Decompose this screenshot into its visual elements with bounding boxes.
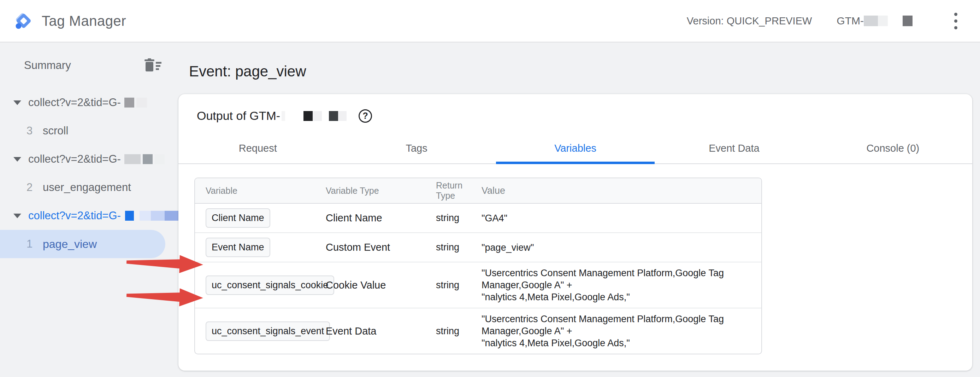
variable-chip: Client Name <box>205 208 270 228</box>
redacted-block <box>329 111 338 121</box>
event-label: page_view <box>43 238 97 251</box>
variable-type-cell: Client Name <box>326 212 436 224</box>
tab-event-data[interactable]: Event Data <box>655 134 813 163</box>
redacted-block <box>304 111 313 121</box>
redacted-block <box>338 111 347 121</box>
redacted-block <box>878 16 888 26</box>
redacted-block <box>140 211 151 221</box>
column-header-value: Value <box>482 185 761 196</box>
tag-manager-logo-icon <box>14 11 33 30</box>
sidebar-item-user-engagement[interactable]: 2 user_engagement <box>0 173 178 201</box>
event-index: 2 <box>27 181 43 194</box>
value-cell: "Usercentrics Consent Management Platfor… <box>482 313 761 349</box>
event-label: user_engagement <box>43 181 131 194</box>
redacted-block <box>903 16 913 26</box>
value-cell: "GA4" <box>482 212 761 224</box>
redacted-block <box>165 211 178 221</box>
sidebar-group-label: collect?v=2&tid=G- <box>28 153 121 166</box>
chevron-down-icon[interactable] <box>13 157 21 161</box>
tab-console[interactable]: Console (0) <box>814 134 972 163</box>
variable-chip: uc_consent_signals_cookie <box>205 275 334 295</box>
redacted-block <box>143 154 153 164</box>
table-row: uc_consent_signals_cookie Cookie Value s… <box>195 262 761 308</box>
sidebar-item-page-view[interactable]: 1 page_view <box>0 230 165 258</box>
return-type-cell: string <box>436 280 476 291</box>
column-header-variable: Variable <box>195 186 326 196</box>
main-panel: Event: page_view Output of GTM- ? Reques… <box>178 42 980 376</box>
redacted-block <box>124 97 134 107</box>
sidebar-summary-title[interactable]: Summary <box>24 59 143 72</box>
value-cell: "page_view" <box>482 241 761 254</box>
value-cell: "Usercentrics Consent Management Platfor… <box>482 267 761 303</box>
tab-bar: Request Tags Variables Event Data Consol… <box>178 134 972 164</box>
output-title: Output of GTM- <box>197 109 280 123</box>
table-row: uc_consent_signals_event Event Data stri… <box>195 308 761 354</box>
variable-type-cell: Event Data <box>326 325 436 337</box>
sidebar-group-label: collect?v=2&tid=G- <box>28 96 121 109</box>
sidebar-group-collect-3[interactable]: collect?v=2&tid=G- <box>0 201 178 230</box>
help-icon[interactable]: ? <box>359 109 372 123</box>
return-type-cell: string <box>436 212 476 224</box>
variable-chip: Event Name <box>205 238 270 257</box>
app-bar: Tag Manager Version: QUICK_PREVIEW GTM- <box>0 0 980 42</box>
redacted-block <box>124 154 141 164</box>
more-options-icon[interactable] <box>951 10 960 32</box>
sidebar: Summary collect?v=2&tid=G- 3 scroll coll… <box>0 42 178 376</box>
sidebar-item-scroll[interactable]: 3 scroll <box>0 117 178 145</box>
variable-chip: uc_consent_signals_event <box>205 321 330 341</box>
chevron-down-icon[interactable] <box>13 214 21 218</box>
event-index: 1 <box>27 238 43 251</box>
return-type-cell: string <box>436 326 476 337</box>
container-id-prefix: GTM- <box>837 15 864 27</box>
column-header-return-type: Return Type <box>436 181 476 201</box>
redacted-block <box>151 211 165 221</box>
variable-type-cell: Custom Event <box>326 241 436 253</box>
output-card-header: Output of GTM- ? <box>178 94 972 123</box>
variables-table: Variable Variable Type Return Type Value… <box>194 177 762 355</box>
tab-request[interactable]: Request <box>178 134 337 163</box>
redacted-block <box>155 154 165 164</box>
redacted-block <box>136 97 147 107</box>
tab-variables[interactable]: Variables <box>496 134 655 163</box>
table-header-row: Variable Variable Type Return Type Value <box>195 178 761 204</box>
redacted-block <box>282 111 285 121</box>
output-card: Output of GTM- ? Request Tags Variables … <box>178 94 972 371</box>
table-row: Client Name Client Name string "GA4" <box>195 204 761 233</box>
sidebar-group-collect-2[interactable]: collect?v=2&tid=G- <box>0 145 178 173</box>
clear-list-icon[interactable] <box>143 58 161 72</box>
version-label: Version: QUICK_PREVIEW <box>687 15 812 27</box>
event-index: 3 <box>27 125 43 137</box>
table-row: Event Name Custom Event string "page_vie… <box>195 233 761 262</box>
container-id: GTM- <box>837 15 913 27</box>
return-type-cell: string <box>436 242 476 253</box>
tab-tags[interactable]: Tags <box>337 134 496 163</box>
redacted-block <box>864 16 878 26</box>
redacted-block <box>313 111 322 121</box>
chevron-down-icon[interactable] <box>13 101 21 105</box>
redacted-block <box>125 211 134 221</box>
sidebar-group-collect-1[interactable]: collect?v=2&tid=G- <box>0 88 178 117</box>
event-label: scroll <box>43 125 68 137</box>
variable-type-cell: Cookie Value <box>326 280 436 291</box>
page-title: Event: page_view <box>189 63 972 80</box>
app-title: Tag Manager <box>42 13 126 29</box>
column-header-variable-type: Variable Type <box>326 186 436 196</box>
sidebar-group-label: collect?v=2&tid=G- <box>28 209 121 222</box>
